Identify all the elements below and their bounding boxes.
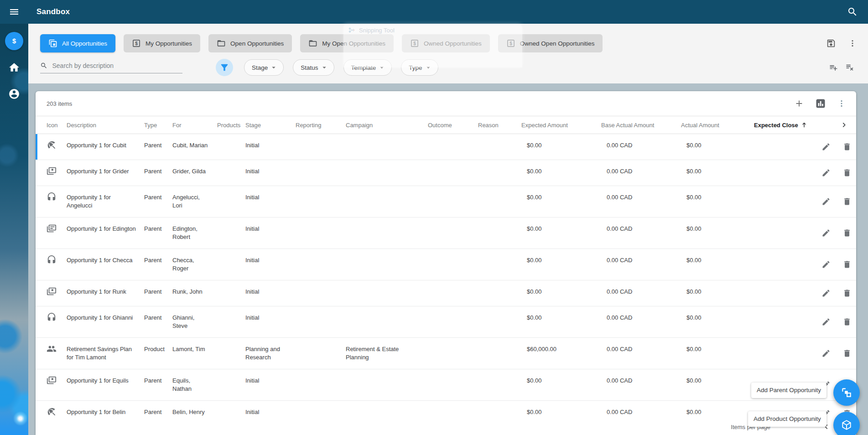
search-icon bbox=[847, 6, 858, 17]
tab-owned-opportunities[interactable]: $ Owned Opportunities bbox=[402, 34, 490, 52]
pencil-icon bbox=[821, 317, 831, 326]
table-row[interactable]: Opportunity 1 for Cubit Parent Cubit, Ma… bbox=[36, 134, 856, 160]
col-base-actual-amount[interactable]: Base Actual Amount bbox=[601, 122, 681, 129]
rail-item-opportunities[interactable]: $ bbox=[5, 32, 23, 50]
caret-down-icon bbox=[378, 63, 386, 72]
edit-row-button[interactable] bbox=[821, 168, 831, 177]
save-view-button[interactable] bbox=[826, 38, 836, 48]
search-field[interactable] bbox=[40, 62, 182, 73]
global-search-button[interactable] bbox=[841, 0, 864, 24]
col-stage[interactable]: Stage bbox=[245, 122, 296, 129]
type-dropdown[interactable]: Type bbox=[401, 59, 438, 76]
cell-outcome bbox=[428, 218, 478, 249]
delete-row-button[interactable] bbox=[842, 289, 852, 298]
col-description[interactable]: Description bbox=[67, 122, 144, 129]
cell-reason bbox=[478, 338, 521, 369]
tab-owned-open-opportunities[interactable]: $ Owned Open Opportunities bbox=[498, 34, 603, 52]
col-products[interactable]: Products bbox=[217, 122, 245, 129]
cell-expected-amount: $0.00 bbox=[521, 369, 601, 400]
playlist-remove-button[interactable] bbox=[845, 63, 854, 72]
cell-base-actual-amount: 0.00 CAD bbox=[601, 134, 681, 160]
edit-row-button[interactable] bbox=[821, 317, 831, 326]
filter-funnel-button[interactable] bbox=[216, 59, 233, 76]
cell-description: Opportunity 1 for Cubit bbox=[67, 134, 144, 160]
col-expected-amount[interactable]: Expected Amount bbox=[521, 122, 601, 129]
col-reporting[interactable]: Reporting bbox=[296, 122, 346, 129]
delete-row-button[interactable] bbox=[842, 260, 852, 269]
cell-actual-amount: $0.00 bbox=[681, 306, 754, 337]
tab-my-open-opportunities[interactable]: My Open Opportunities bbox=[300, 34, 394, 52]
cell-actual-amount: $0.00 bbox=[681, 134, 754, 160]
col-type[interactable]: Type bbox=[144, 122, 172, 129]
edit-row-button[interactable] bbox=[821, 228, 831, 238]
add-product-opportunity-fab[interactable] bbox=[833, 412, 860, 435]
cell-for: Equils, Nathan bbox=[172, 369, 217, 400]
edit-row-button[interactable] bbox=[821, 197, 831, 206]
table-more-menu-button[interactable] bbox=[837, 99, 846, 108]
dollar-square-icon: $ bbox=[506, 39, 515, 48]
edit-row-button[interactable] bbox=[821, 289, 831, 298]
table-row[interactable]: Opportunity 1 for Equils Parent Equils, … bbox=[36, 369, 856, 401]
page-title: Sandbox bbox=[36, 7, 70, 16]
tab-open-opportunities[interactable]: Open Opportunities bbox=[208, 34, 292, 52]
menu-button[interactable] bbox=[0, 0, 28, 24]
edit-row-button[interactable] bbox=[821, 260, 831, 269]
search-input[interactable] bbox=[52, 62, 182, 69]
cell-reason bbox=[478, 134, 521, 160]
table-row[interactable]: Opportunity 1 for Ghianni Parent Ghianni… bbox=[36, 306, 856, 338]
col-icon[interactable]: Icon bbox=[47, 122, 67, 129]
cell-products bbox=[217, 369, 245, 400]
col-actual-amount[interactable]: Actual Amount bbox=[681, 122, 754, 129]
table-row[interactable]: Opportunity 1 for Edington Parent Edingt… bbox=[36, 218, 856, 249]
table-row[interactable]: Opportunity 1 for Checca Parent Checca, … bbox=[36, 249, 856, 280]
delete-row-button[interactable] bbox=[842, 197, 852, 206]
tab-my-opportunities[interactable]: $ My Opportunities bbox=[124, 34, 200, 52]
cell-expected-amount: $0.00 bbox=[521, 134, 601, 160]
table-row[interactable]: Opportunity 1 for Grider Parent Grider, … bbox=[36, 160, 856, 186]
headset-icon bbox=[47, 192, 57, 202]
edit-row-button[interactable] bbox=[821, 349, 831, 358]
table-row[interactable]: Opportunity 1 for Runk Parent Runk, John… bbox=[36, 280, 856, 306]
delete-row-button[interactable] bbox=[842, 228, 852, 238]
table-body: Opportunity 1 for Cubit Parent Cubit, Ma… bbox=[36, 134, 856, 427]
dropdown-label: Type bbox=[409, 64, 422, 71]
col-reason[interactable]: Reason bbox=[478, 122, 521, 129]
delete-row-button[interactable] bbox=[842, 168, 852, 177]
delete-row-button[interactable] bbox=[842, 349, 852, 358]
edit-row-button[interactable] bbox=[821, 142, 831, 151]
sort-arrow-up-icon bbox=[800, 121, 808, 129]
scroll-columns-right-button[interactable] bbox=[834, 120, 854, 129]
rail-item-account[interactable] bbox=[5, 85, 23, 103]
table-row[interactable]: Opportunity 1 for Angelucci Parent Angel… bbox=[36, 186, 856, 218]
tab-all-opportunities[interactable]: All Opportunities bbox=[40, 34, 115, 52]
table-row[interactable]: Retirement Savings Plan for Tim Lamont P… bbox=[36, 338, 856, 369]
delete-row-button[interactable] bbox=[842, 142, 852, 151]
hamburger-icon bbox=[9, 6, 20, 17]
add-item-button[interactable] bbox=[794, 98, 804, 109]
col-campaign[interactable]: Campaign bbox=[346, 122, 428, 129]
cell-stage: Initial bbox=[245, 249, 296, 280]
delete-row-button[interactable] bbox=[842, 317, 852, 326]
cell-products bbox=[217, 338, 245, 369]
playlist-remove-icon bbox=[845, 63, 854, 72]
template-dropdown[interactable]: Template bbox=[343, 59, 392, 76]
col-for[interactable]: For bbox=[172, 122, 217, 129]
chart-view-button[interactable] bbox=[815, 98, 826, 109]
col-expected-close[interactable]: Expected Close bbox=[754, 121, 834, 129]
playlist-add-button[interactable] bbox=[829, 63, 838, 72]
headset-icon bbox=[47, 255, 57, 265]
add-parent-opportunity-fab[interactable] bbox=[833, 379, 860, 406]
tab-label: All Opportunities bbox=[62, 40, 107, 47]
caret-down-icon bbox=[320, 63, 328, 72]
col-outcome[interactable]: Outcome bbox=[428, 122, 478, 129]
card-lines-icon bbox=[47, 223, 57, 233]
status-dropdown[interactable]: Status bbox=[293, 59, 334, 76]
stage-dropdown[interactable]: Stage bbox=[244, 59, 284, 76]
cell-base-actual-amount: 0.00 CAD bbox=[601, 369, 681, 400]
cell-type: Parent bbox=[144, 306, 172, 337]
rail-item-home[interactable] bbox=[5, 58, 23, 77]
cell-reporting bbox=[296, 306, 346, 337]
view-more-menu-button[interactable] bbox=[848, 39, 857, 48]
add-parent-icon bbox=[841, 387, 852, 399]
cell-reason bbox=[478, 249, 521, 280]
